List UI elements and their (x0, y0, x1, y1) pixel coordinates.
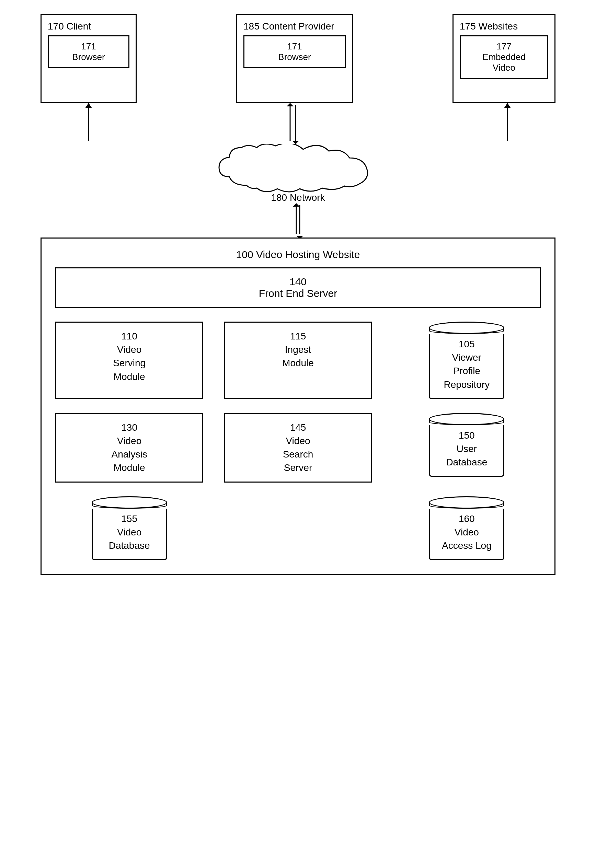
ingest-module-box: 115 Ingest Module (224, 322, 372, 399)
video-serving-line1: 110 (121, 331, 138, 341)
video-access-log-line2: Video (454, 527, 479, 537)
content-provider-number: 185 (243, 21, 260, 32)
websites-box: 175 Websites 177 EmbeddedVideo (453, 14, 556, 103)
front-end-box: 140 Front End Server (55, 267, 541, 308)
video-database-cylinder: 155 Video Database (55, 496, 203, 561)
video-database-line2: Video (117, 527, 142, 537)
svg-marker-5 (85, 103, 92, 108)
video-access-log-cylinder-top (429, 496, 504, 509)
ingest-line1: 115 (290, 331, 306, 341)
video-analysis-line1: 130 (121, 422, 138, 433)
video-analysis-line3: Analysis (112, 449, 147, 459)
viewer-profile-cylinder-body: 105 Viewer Profile Repository (429, 334, 504, 399)
websites-embedded-label: EmbeddedVideo (468, 52, 540, 73)
hosting-title: 100 Video Hosting Website (55, 249, 541, 260)
video-serving-line3: Serving (113, 358, 146, 368)
video-access-log-cell: 160 Video Access Log (393, 496, 541, 561)
hosting-number: 100 (236, 249, 253, 260)
hosting-label: Video Hosting Website (256, 249, 360, 260)
content-provider-label: Content Provider (262, 21, 334, 32)
content-provider-browser-label: Browser (252, 52, 337, 62)
video-search-line1: 145 (290, 422, 306, 433)
video-serving-line4: Module (114, 371, 145, 382)
svg-marker-11 (504, 103, 511, 108)
video-search-line2: Video (285, 435, 310, 446)
empty-cell-row3-col2 (224, 496, 372, 561)
video-database-line3: Database (109, 540, 150, 551)
viewer-profile-cylinder-top (429, 322, 504, 334)
websites-embedded-box: 177 EmbeddedVideo (460, 35, 548, 79)
client-browser-number: 171 (56, 41, 121, 52)
user-database-cylinder-top (429, 413, 504, 425)
viewer-profile-cylinder: 105 Viewer Profile Repository (393, 322, 541, 399)
cloud-svg (212, 144, 384, 199)
top-arrows-svg (40, 103, 556, 144)
hosting-outer-box: 100 Video Hosting Website 140 Front End … (40, 238, 556, 575)
svg-marker-9 (292, 141, 299, 144)
video-analysis-module-box: 130 Video Analysis Module (55, 413, 203, 483)
ingest-line2: Ingest (285, 344, 311, 355)
video-analysis-line4: Module (114, 462, 145, 473)
websites-label: Websites (479, 21, 518, 32)
viewer-profile-line1: 105 (458, 339, 475, 349)
viewer-profile-line4: Repository (444, 379, 490, 390)
video-analysis-line2: Video (117, 435, 142, 446)
video-search-server-box: 145 Video Search Server (224, 413, 372, 483)
inner-modules-grid: 110 Video Serving Module 115 Ingest Modu… (55, 322, 541, 560)
svg-marker-13 (293, 203, 300, 207)
client-browser-box: 171 Browser (48, 35, 129, 68)
video-database-cylinder-top (92, 496, 167, 509)
client-box: 170 Client 171 Browser (40, 14, 137, 103)
user-database-cell: 150 User Database (393, 413, 541, 483)
video-access-log-cylinder: 160 Video Access Log (393, 496, 541, 561)
video-serving-line2: Video (117, 344, 142, 355)
video-search-line4: Server (284, 462, 312, 473)
user-database-cylinder: 150 User Database (393, 413, 541, 477)
content-provider-browser-box: 171 Browser (243, 35, 346, 68)
video-access-log-cylinder-body: 160 Video Access Log (429, 509, 504, 561)
content-provider-browser-number: 171 (252, 41, 337, 52)
client-browser-label: Browser (56, 52, 121, 62)
user-database-line3: Database (446, 457, 487, 468)
network-label: Network (290, 192, 325, 203)
client-number: 170 (48, 21, 64, 32)
network-section: 180 Network (40, 144, 556, 238)
video-access-log-line1: 160 (458, 514, 475, 524)
websites-embedded-number: 177 (468, 41, 540, 52)
viewer-profile-cell: 105 Viewer Profile Repository (393, 322, 541, 399)
user-database-line1: 150 (458, 430, 475, 441)
video-database-line1: 155 (121, 514, 138, 524)
video-database-cylinder-body: 155 Video Database (92, 509, 167, 561)
viewer-profile-line2: Viewer (452, 352, 481, 363)
content-provider-box: 185 Content Provider 171 Browser (236, 14, 353, 103)
architecture-diagram: 170 Client 171 Browser 185 Content Provi… (40, 14, 556, 575)
user-database-line2: User (457, 443, 477, 454)
network-to-hosting-arrow (288, 203, 308, 238)
video-database-cell: 155 Video Database (55, 496, 203, 561)
client-label: Client (67, 21, 91, 32)
video-search-line3: Search (283, 449, 314, 459)
front-end-label: 140 Front End Server (64, 276, 532, 299)
network-number: 180 (271, 192, 287, 203)
websites-number: 175 (460, 21, 476, 32)
video-access-log-line3: Access Log (442, 540, 492, 551)
video-serving-module-box: 110 Video Serving Module (55, 322, 203, 399)
svg-marker-7 (287, 103, 294, 106)
front-end-number: 140 (290, 276, 306, 287)
ingest-line3: Module (282, 358, 314, 368)
user-database-cylinder-body: 150 User Database (429, 425, 504, 477)
front-end-server-label: Front End Server (259, 288, 337, 299)
viewer-profile-line3: Profile (453, 366, 480, 376)
